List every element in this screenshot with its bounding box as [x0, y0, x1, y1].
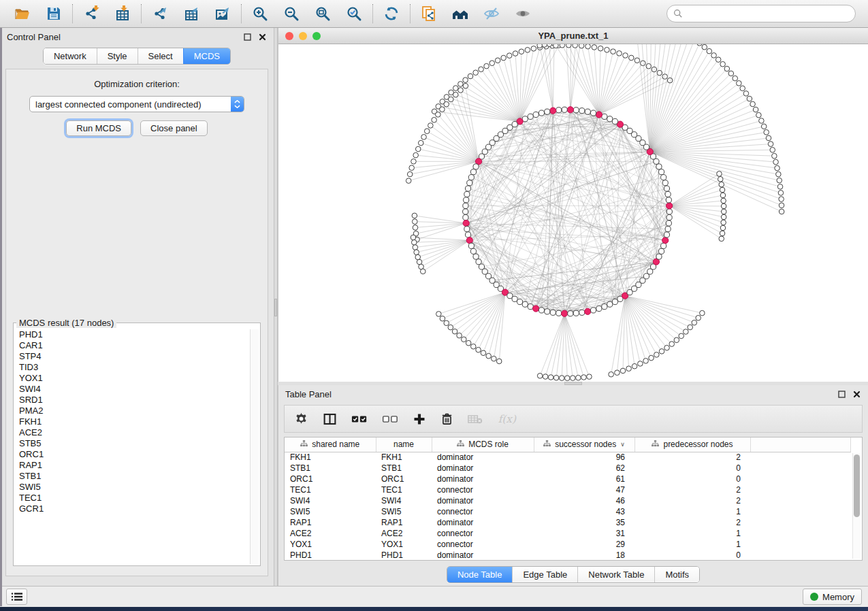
close-panel-icon[interactable] [258, 33, 267, 42]
table-row[interactable]: SWI5SWI5connector431 [285, 506, 851, 517]
float-table-panel-icon[interactable] [837, 390, 846, 399]
zoom-out-icon[interactable] [283, 5, 300, 22]
mcds-result-item[interactable]: STP4 [15, 351, 249, 362]
maximize-window-icon[interactable] [312, 32, 321, 40]
mcds-result-item[interactable]: CAR1 [15, 340, 249, 351]
import-network-icon[interactable] [82, 5, 100, 22]
columns-icon[interactable] [323, 411, 337, 427]
select-all-icon[interactable] [351, 411, 368, 427]
mcds-result-item[interactable]: STB1 [15, 471, 249, 482]
control-panel: Control Panel NetworkStyleSelectMCDS Opt… [0, 28, 274, 586]
save-icon[interactable] [45, 5, 63, 22]
mcds-result-item[interactable]: SRD1 [15, 395, 249, 406]
network-view[interactable] [278, 44, 868, 382]
table-row[interactable]: ORC1ORC1dominator610 [285, 474, 851, 484]
tab-network-table[interactable]: Network Table [577, 567, 654, 582]
sort-indicator-icon[interactable]: ∨ [620, 441, 625, 448]
splitter-grip[interactable] [274, 299, 277, 316]
float-panel-icon[interactable] [243, 33, 252, 42]
search-input[interactable] [686, 8, 849, 20]
mcds-result-item[interactable]: FKH1 [15, 416, 249, 427]
delete-row-icon[interactable] [440, 411, 453, 427]
show-all-icon[interactable] [514, 5, 532, 22]
settings-icon[interactable] [294, 411, 308, 427]
close-table-panel-icon[interactable] [852, 390, 861, 399]
column-header-MCDS-role[interactable]: MCDS role [432, 437, 534, 452]
tab-network[interactable]: Network [44, 48, 97, 64]
run-mcds-button[interactable]: Run MCDS [66, 120, 131, 136]
task-history-button[interactable] [6, 589, 27, 605]
minimize-window-icon[interactable] [299, 32, 307, 40]
tab-mcds[interactable]: MCDS [183, 48, 230, 64]
deselect-all-icon[interactable] [382, 411, 398, 427]
export-network-icon[interactable] [151, 5, 169, 22]
mcds-result-list[interactable]: PHD1CAR1STP4TID3YOX1SWI4SRD1PMA2FKH1ACE2… [15, 329, 249, 564]
table-row[interactable]: TEC1TEC1connector472 [285, 484, 851, 495]
column-header-shared-name[interactable]: shared name [285, 437, 376, 452]
table-row[interactable]: STB1STB1dominator620 [285, 463, 851, 474]
node-table-wrap: shared namenameMCDS rolesuccessor nodes∨… [284, 437, 863, 561]
table-row[interactable]: YOX1YOX1connector291 [285, 539, 851, 550]
svg-text:f(x): f(x) [498, 413, 517, 425]
add-row-icon[interactable] [413, 411, 426, 427]
mcds-result-title: MCDS result (17 nodes) [16, 318, 116, 328]
mcds-result-item[interactable]: STB5 [15, 438, 249, 449]
mcds-result-item[interactable]: SWI4 [15, 384, 249, 395]
horizontal-splitter[interactable] [278, 382, 868, 385]
mcds-result-item[interactable]: ACE2 [15, 427, 249, 438]
table-toolbar: f(x) [284, 405, 863, 433]
column-header-name[interactable]: name [376, 437, 432, 452]
table-scrollbar-thumb[interactable] [854, 455, 860, 517]
mcds-result-item[interactable]: RAP1 [15, 460, 249, 471]
search-box[interactable] [666, 5, 856, 22]
memory-label: Memory [822, 592, 854, 602]
main-toolbar [0, 0, 868, 28]
hide-selected-icon[interactable] [483, 5, 500, 22]
first-neighbors-icon[interactable] [451, 5, 469, 22]
zoom-fit-icon[interactable] [314, 5, 332, 22]
open-icon[interactable] [14, 5, 31, 22]
export-image-icon[interactable] [214, 5, 231, 22]
right-column: YPA_prune.txt_1 Table Panel f(x) [278, 28, 868, 586]
mcds-result-item[interactable]: TEC1 [15, 493, 249, 503]
tab-node-table[interactable]: Node Table [447, 567, 513, 582]
close-window-icon[interactable] [285, 32, 293, 40]
close-panel-button[interactable]: Close panel [140, 120, 208, 136]
list-icon [11, 592, 23, 601]
mcds-result-item[interactable]: YOX1 [15, 373, 249, 384]
network-window-titlebar[interactable]: YPA_prune.txt_1 [278, 28, 868, 44]
table-scrollbar[interactable] [852, 453, 861, 559]
zoom-in-icon[interactable] [251, 5, 269, 22]
table-row[interactable]: FKH1FKH1dominator962 [285, 452, 851, 463]
function-builder-icon: f(x) [497, 411, 520, 427]
node-table[interactable]: shared namenameMCDS rolesuccessor nodes∨… [285, 437, 851, 561]
mcds-result-item[interactable]: GCR1 [15, 503, 249, 514]
table-row[interactable]: SWI4SWI4dominator462 [285, 495, 851, 506]
tab-motifs[interactable]: Motifs [654, 567, 699, 582]
vertical-splitter[interactable] [274, 28, 278, 586]
export-table-icon[interactable] [182, 5, 200, 22]
column-header-predecessor-nodes[interactable]: predecessor nodes [634, 437, 750, 452]
table-row[interactable]: ACE2ACE2connector311 [285, 528, 851, 539]
tab-edge-table[interactable]: Edge Table [512, 567, 577, 582]
hsplitter-grip[interactable] [564, 382, 582, 385]
mcds-result-item[interactable]: PMA2 [15, 406, 249, 416]
zoom-selected-icon[interactable] [345, 5, 363, 22]
column-header-successor-nodes[interactable]: successor nodes∨ [534, 437, 634, 452]
memory-button[interactable]: Memory [803, 589, 862, 605]
tab-select[interactable]: Select [138, 48, 183, 64]
import-table-icon[interactable] [114, 5, 131, 22]
mcds-result-item[interactable]: SWI5 [15, 482, 249, 493]
mcds-result-item[interactable]: TID3 [15, 362, 249, 373]
result-list-scrollbar[interactable] [250, 329, 259, 564]
refresh-icon[interactable] [383, 5, 400, 22]
mcds-result-item[interactable]: ORC1 [15, 449, 249, 460]
copy-network-icon[interactable] [420, 5, 438, 22]
table-row[interactable]: PHD1PHD1dominator180 [285, 550, 851, 561]
tab-style[interactable]: Style [97, 48, 138, 64]
table-panel: Table Panel f(x) shared namenameMCDS rol… [278, 385, 868, 586]
network-canvas[interactable] [278, 44, 868, 382]
criterion-select[interactable]: largest connected component (undirected) [29, 96, 244, 112]
mcds-result-item[interactable]: PHD1 [15, 329, 249, 340]
table-row[interactable]: RAP1RAP1dominator352 [285, 517, 851, 528]
